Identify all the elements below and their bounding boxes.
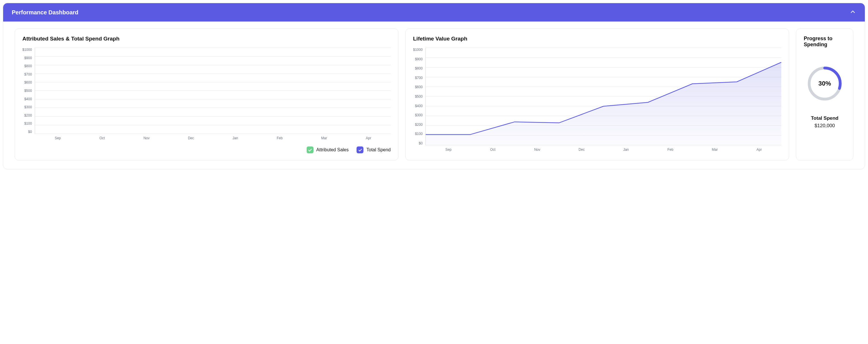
chevron-up-icon[interactable] (849, 8, 856, 17)
legend-total-spend[interactable]: Total Spend (356, 146, 391, 153)
bar-yaxis: $1000$900$800$700$600$500$400$300$200$10… (22, 48, 35, 134)
xtick-label: Apr (346, 136, 391, 140)
ytick-label: $800 (413, 66, 423, 70)
ytick-label: $1000 (22, 48, 32, 52)
line-xaxis: SepOctNovDecJanFebMarApr (426, 145, 781, 152)
ytick-label: $100 (22, 121, 32, 125)
bar-groups (35, 48, 391, 134)
panel-title: Performance Dashboard (12, 9, 78, 16)
panel-header[interactable]: Performance Dashboard (3, 3, 865, 22)
ytick-label: $900 (22, 56, 32, 60)
xtick-label: Dec (169, 136, 213, 140)
area-fill (426, 62, 781, 145)
ytick-label: $700 (413, 76, 423, 80)
ytick-label: $1000 (413, 48, 423, 52)
stat-value: $120,000 (815, 123, 835, 128)
ytick-label: $100 (413, 132, 423, 136)
line-yaxis: $1000$900$800$700$600$500$400$300$200$10… (413, 48, 425, 145)
ytick-label: $900 (413, 57, 423, 61)
line-chart: $1000$900$800$700$600$500$400$300$200$10… (413, 48, 781, 145)
attributed-sales-total-spend-card: Attributed Sales & Total Spend Graph $10… (14, 28, 398, 161)
xtick-label: Jan (213, 136, 257, 140)
bar-chart: $1000$900$800$700$600$500$400$300$200$10… (22, 48, 391, 134)
xtick-label: Oct (80, 136, 124, 140)
ytick-label: $800 (22, 64, 32, 68)
check-icon (356, 146, 364, 153)
xtick-label: Sep (36, 136, 80, 140)
xtick-label: Nov (515, 148, 560, 152)
ytick-label: $600 (22, 80, 32, 84)
ytick-label: $0 (22, 130, 32, 134)
ytick-label: $700 (22, 73, 32, 76)
bar-legend: Attributed Sales Total Spend (22, 146, 391, 153)
ytick-label: $600 (413, 85, 423, 89)
card-title: Attributed Sales & Total Spend Graph (22, 36, 391, 42)
xtick-label: Jan (604, 148, 648, 152)
ytick-label: $400 (413, 104, 423, 108)
xtick-label: Oct (471, 148, 515, 152)
panel-body: Attributed Sales & Total Spend Graph $10… (3, 22, 865, 169)
xtick-label: Nov (124, 136, 169, 140)
xtick-label: Sep (426, 148, 471, 152)
xtick-label: Dec (559, 148, 604, 152)
stat-title: Total Spend (811, 115, 838, 121)
xtick-label: Mar (693, 148, 737, 152)
xtick-label: Mar (302, 136, 346, 140)
ytick-label: $400 (22, 97, 32, 101)
line-plot (425, 48, 781, 145)
line-svg (426, 48, 781, 145)
card-title: Progress to Spending (804, 36, 846, 48)
ytick-label: $500 (22, 89, 32, 93)
check-icon (307, 146, 313, 153)
progress-to-spending-card: Progress to Spending 30% Total Spend $12… (796, 28, 854, 161)
legend-label: Total Spend (366, 147, 391, 152)
bar-xaxis: SepOctNovDecJanFebMarApr (36, 134, 391, 140)
ytick-label: $0 (413, 141, 423, 145)
performance-dashboard-panel: Performance Dashboard Attributed Sales &… (3, 3, 865, 169)
ytick-label: $300 (413, 113, 423, 117)
legend-label: Attributed Sales (316, 147, 349, 152)
ytick-label: $200 (22, 113, 32, 117)
ytick-label: $300 (22, 105, 32, 109)
gauge-percent: 30% (818, 80, 831, 87)
xtick-label: Feb (257, 136, 302, 140)
ytick-label: $500 (413, 94, 423, 98)
card-title: Lifetime Value Graph (413, 36, 781, 42)
xtick-label: Apr (737, 148, 781, 152)
lifetime-value-card: Lifetime Value Graph $1000$900$800$700$6… (405, 28, 789, 161)
legend-attributed-sales[interactable]: Attributed Sales (307, 146, 349, 153)
xtick-label: Feb (648, 148, 693, 152)
gauge: 30% Total Spend $120,000 (804, 65, 846, 128)
bar-plot (35, 48, 391, 134)
ytick-label: $200 (413, 123, 423, 126)
